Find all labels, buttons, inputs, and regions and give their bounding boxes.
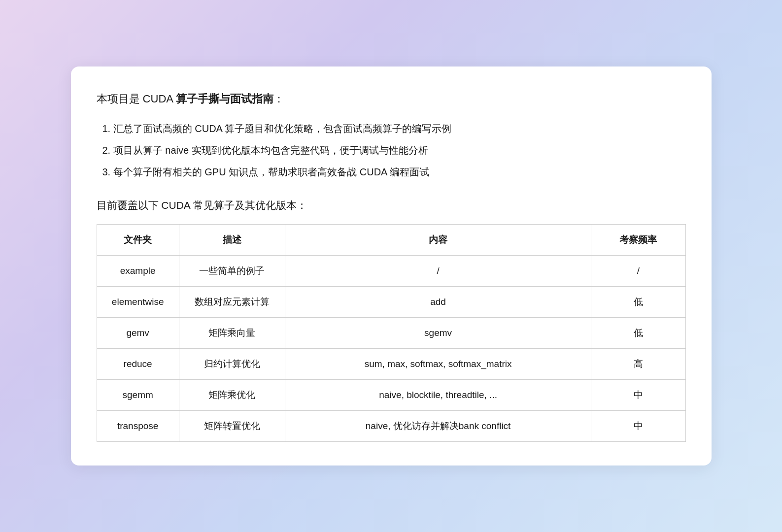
table-row: reduce归约计算优化sum, max, softmax, softmax_m… — [97, 348, 685, 379]
cell-freq-4: 中 — [591, 379, 685, 410]
cell-folder-4: sgemm — [97, 379, 179, 410]
cell-content-0: / — [285, 255, 591, 286]
operators-table: 文件夹 描述 内容 考察频率 example一些简单的例子//elementwi… — [97, 224, 686, 442]
table-row: gemv矩阵乘向量sgemv低 — [97, 317, 685, 348]
list-item-2: 2. 项目从算子 naive 实现到优化版本均包含完整代码，便于调试与性能分析 — [101, 141, 686, 159]
cell-desc-0: 一些简单的例子 — [179, 255, 285, 286]
cell-freq-1: 低 — [591, 286, 685, 317]
cell-desc-2: 矩阵乘向量 — [179, 317, 285, 348]
cell-folder-0: example — [97, 255, 179, 286]
cell-freq-5: 中 — [591, 410, 685, 441]
cell-freq-0: / — [591, 255, 685, 286]
table-row: elementwise数组对应元素计算add低 — [97, 286, 685, 317]
cell-content-4: naive, blocktile, threadtile, ... — [285, 379, 591, 410]
col-header-folder: 文件夹 — [97, 224, 179, 255]
cell-desc-1: 数组对应元素计算 — [179, 286, 285, 317]
list-item-3: 3. 每个算子附有相关的 GPU 知识点，帮助求职者高效备战 CUDA 编程面试 — [101, 163, 686, 181]
main-card: 本项目是 CUDA 算子手撕与面试指南： 1. 汇总了面试高频的 CUDA 算子… — [71, 66, 712, 465]
table-header-row: 文件夹 描述 内容 考察频率 — [97, 224, 685, 255]
section-title: 目前覆盖以下 CUDA 常见算子及其优化版本： — [97, 199, 686, 212]
cell-desc-5: 矩阵转置优化 — [179, 410, 285, 441]
cell-desc-3: 归约计算优化 — [179, 348, 285, 379]
col-header-content: 内容 — [285, 224, 591, 255]
cell-content-1: add — [285, 286, 591, 317]
intro-title: 本项目是 CUDA 算子手撕与面试指南： — [97, 90, 686, 107]
col-header-freq: 考察频率 — [591, 224, 685, 255]
cell-content-3: sum, max, softmax, softmax_matrix — [285, 348, 591, 379]
cell-freq-3: 高 — [591, 348, 685, 379]
table-row: example一些简单的例子// — [97, 255, 685, 286]
cell-folder-2: gemv — [97, 317, 179, 348]
list-item-1: 1. 汇总了面试高频的 CUDA 算子题目和优化策略，包含面试高频算子的编写示例 — [101, 120, 686, 137]
cell-content-2: sgemv — [285, 317, 591, 348]
cell-content-5: naive, 优化访存并解决bank conflict — [285, 410, 591, 441]
table-row: transpose矩阵转置优化naive, 优化访存并解决bank confli… — [97, 410, 685, 441]
cell-folder-1: elementwise — [97, 286, 179, 317]
col-header-desc: 描述 — [179, 224, 285, 255]
cell-desc-4: 矩阵乘优化 — [179, 379, 285, 410]
table-row: sgemm矩阵乘优化naive, blocktile, threadtile, … — [97, 379, 685, 410]
intro-list: 1. 汇总了面试高频的 CUDA 算子题目和优化策略，包含面试高频算子的编写示例… — [97, 120, 686, 181]
cell-folder-3: reduce — [97, 348, 179, 379]
cell-folder-5: transpose — [97, 410, 179, 441]
cell-freq-2: 低 — [591, 317, 685, 348]
